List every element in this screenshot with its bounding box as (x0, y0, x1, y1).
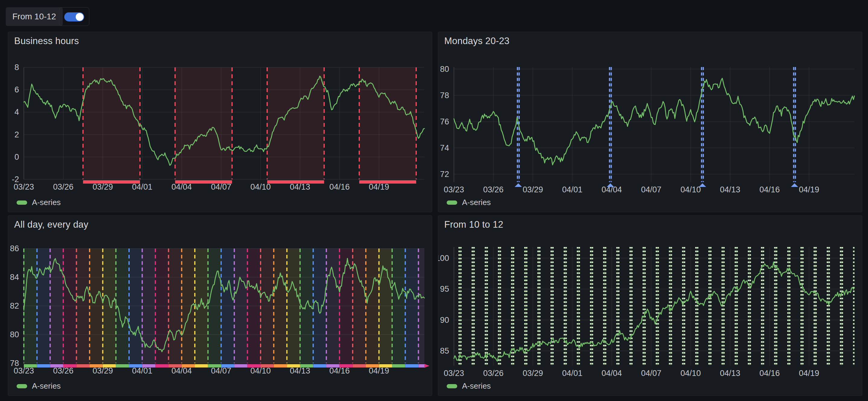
svg-text:04/16: 04/16 (329, 182, 350, 192)
panel-title[interactable]: Mondays 20-23 (444, 36, 509, 47)
legend-series-label: A-series (462, 381, 491, 391)
svg-text:04/19: 04/19 (369, 182, 390, 192)
x-axis-labels: 03/2303/2603/2904/0104/0404/0704/1004/13… (444, 185, 819, 194)
annotation-band (313, 364, 326, 368)
svg-text:90: 90 (440, 316, 449, 324)
svg-text:04/16: 04/16 (329, 366, 350, 375)
annotation-lines (515, 67, 798, 187)
legend-item[interactable]: A-series (447, 198, 491, 207)
svg-text:84: 84 (10, 273, 19, 282)
legend-series-label: A-series (32, 381, 61, 391)
svg-text:03/23: 03/23 (444, 369, 464, 378)
annotation-band (274, 364, 287, 368)
time-series-chart[interactable]: 807876747203/2303/2603/2904/0104/0404/07… (438, 50, 862, 212)
toggle-knob-icon (76, 13, 84, 21)
svg-text:04/13: 04/13 (720, 185, 740, 194)
legend-series-color (17, 200, 27, 205)
svg-text:03/23: 03/23 (13, 182, 34, 192)
svg-text:74: 74 (440, 143, 449, 152)
svg-text:80: 80 (440, 65, 449, 74)
time-series-chart[interactable]: 868482807803/2303/2603/2904/0104/0404/07… (8, 234, 432, 396)
time-series-chart[interactable]: 10095908503/2303/2603/2904/0104/0404/070… (438, 234, 862, 396)
panel-mondays-20-23: Mondays 20-23 807876747203/2303/2603/290… (438, 32, 862, 212)
svg-text:04/01: 04/01 (132, 182, 153, 192)
annotation-fills (518, 67, 796, 182)
y-axis-labels: 100959085 (438, 254, 449, 355)
svg-text:03/29: 03/29 (523, 369, 543, 378)
time-series-chart[interactable]: 86420-203/2303/2603/2904/0104/0404/0704/… (8, 50, 432, 212)
panel-title[interactable]: From 10 to 12 (444, 219, 503, 230)
svg-text:04/13: 04/13 (290, 366, 310, 375)
panel-business-hours: Business hours 86420-203/2303/2603/2904/… (8, 32, 432, 212)
svg-text:04/19: 04/19 (799, 185, 819, 194)
panel-title[interactable]: Business hours (14, 36, 79, 47)
annotation-band (234, 364, 248, 368)
svg-text:03/26: 03/26 (483, 369, 504, 378)
legend-series-label: A-series (32, 198, 61, 207)
svg-text:04/04: 04/04 (172, 182, 192, 192)
svg-text:04/04: 04/04 (602, 185, 622, 194)
annotation-band (352, 364, 366, 368)
svg-text:04/07: 04/07 (211, 366, 231, 375)
svg-text:04/10: 04/10 (250, 182, 271, 192)
legend-item[interactable]: A-series (17, 381, 61, 391)
svg-text:03/23: 03/23 (13, 366, 34, 375)
svg-text:82: 82 (10, 302, 19, 310)
annotation-marker-icon (515, 183, 522, 187)
svg-text:78: 78 (440, 91, 449, 100)
svg-text:04/16: 04/16 (760, 369, 780, 378)
annotation-band (155, 364, 168, 368)
variable-label: From 10-12 (6, 7, 63, 26)
svg-text:04/13: 04/13 (720, 369, 740, 378)
legend-series-color (447, 200, 457, 205)
svg-text:72: 72 (440, 170, 449, 179)
svg-text:04/07: 04/07 (641, 369, 661, 378)
annotation-band (418, 364, 424, 368)
dashboard-toolbar: From 10-12 (0, 0, 868, 30)
svg-text:80: 80 (10, 330, 19, 339)
svg-text:03/26: 03/26 (53, 182, 73, 192)
svg-text:100: 100 (438, 254, 449, 263)
annotation-band (76, 364, 90, 368)
svg-text:03/29: 03/29 (93, 182, 113, 192)
legend-series-label: A-series (462, 198, 491, 207)
x-axis-labels: 03/2303/2603/2904/0104/0404/0704/1004/13… (444, 369, 819, 378)
chart-container: 86420-203/2303/2603/2904/0104/0404/0704/… (8, 50, 432, 212)
svg-text:04/04: 04/04 (172, 366, 192, 375)
x-axis-labels: 03/2303/2603/2904/0104/0404/0704/1004/13… (13, 366, 389, 375)
svg-text:03/29: 03/29 (523, 185, 543, 194)
svg-text:04/13: 04/13 (290, 182, 310, 192)
annotation-band-arrow-icon (424, 364, 430, 368)
variable-toggle[interactable] (59, 7, 89, 26)
svg-text:04/10: 04/10 (680, 369, 701, 378)
svg-text:03/23: 03/23 (444, 185, 464, 194)
svg-text:6: 6 (14, 85, 19, 94)
panel-title[interactable]: All day, every day (14, 219, 88, 230)
svg-text:95: 95 (440, 284, 449, 293)
annotation-band (392, 364, 405, 368)
svg-text:04/19: 04/19 (369, 366, 390, 375)
svg-text:04/10: 04/10 (680, 185, 701, 194)
legend-series-color (447, 384, 457, 388)
annotation-band (116, 364, 129, 368)
annotation-marker-icon (791, 183, 798, 187)
svg-text:04/01: 04/01 (562, 185, 583, 194)
svg-text:76: 76 (440, 117, 449, 126)
svg-text:8: 8 (14, 63, 19, 72)
chart-container: 10095908503/2303/2603/2904/0104/0404/070… (438, 234, 862, 396)
svg-text:04/16: 04/16 (760, 185, 780, 194)
annotation-band (195, 364, 208, 368)
svg-text:4: 4 (14, 108, 19, 117)
legend-item[interactable]: A-series (17, 198, 61, 207)
legend-series-color (17, 384, 27, 388)
annotation-band (405, 364, 418, 368)
annotation-lines (459, 247, 854, 366)
y-axis-labels: 8078767472 (440, 65, 449, 179)
chart-container: 868482807803/2303/2603/2904/0104/0404/07… (8, 234, 432, 396)
svg-text:04/19: 04/19 (799, 369, 819, 378)
x-axis-labels: 03/2303/2603/2904/0104/0404/0704/1004/13… (13, 182, 389, 192)
svg-text:04/07: 04/07 (211, 182, 231, 192)
grafana-dashboard: From 10-12 Business hours 86420-203/2303… (0, 0, 868, 401)
legend-item[interactable]: A-series (447, 381, 491, 391)
svg-text:04/07: 04/07 (641, 185, 661, 194)
